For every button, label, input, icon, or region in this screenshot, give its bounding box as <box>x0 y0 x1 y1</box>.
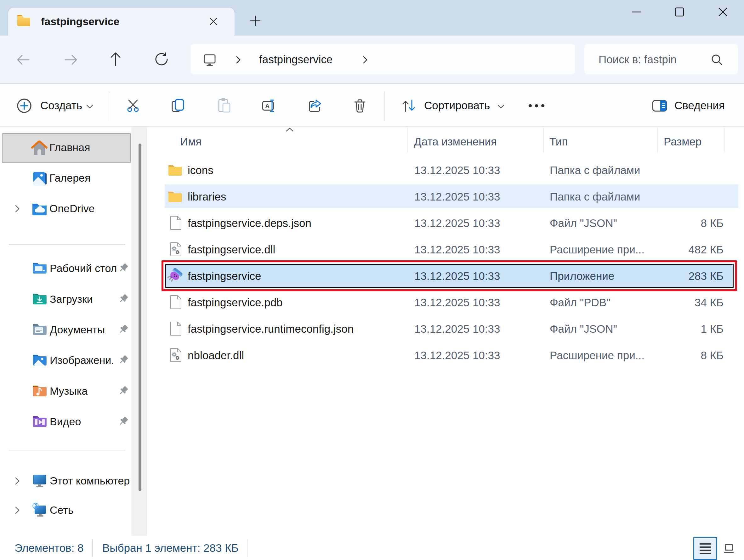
svg-text:A: A <box>265 103 269 110</box>
